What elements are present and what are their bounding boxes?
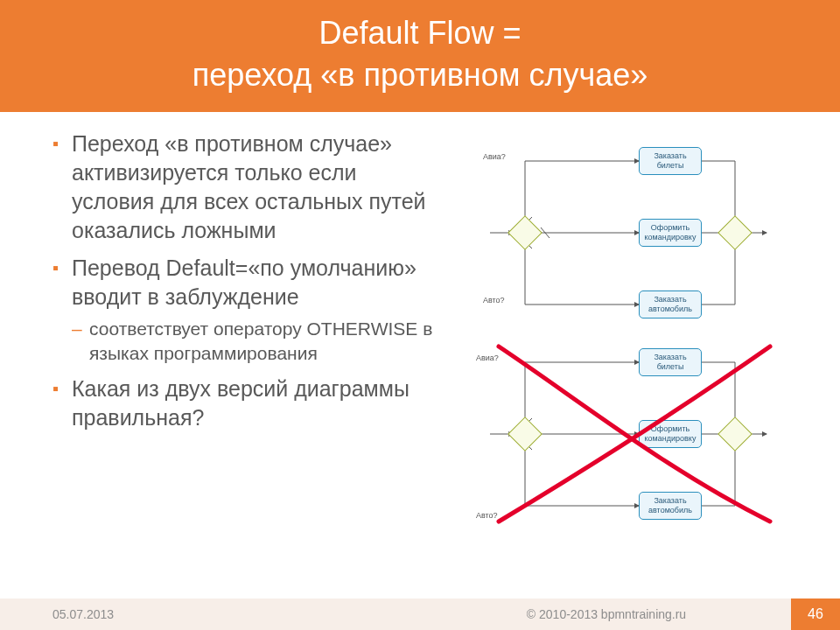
title-line-1: Default Flow = [52, 12, 788, 54]
task-trip-top: Оформить командировку [639, 219, 702, 247]
task-auto-bottom: Заказать автомобиль [639, 492, 702, 520]
content-area: Переход «в противном случае» активизируе… [0, 112, 840, 530]
footer-date: 05.07.2013 [0, 607, 422, 621]
title-line-2: переход «в противном случае» [52, 54, 788, 96]
bullet-2: Перевод Default=«по умолчанию» вводит в … [52, 254, 438, 366]
task-tickets-top: Заказать билеты [639, 147, 702, 175]
label-avia-bottom: Авиа? [476, 354, 499, 362]
page-number: 46 [791, 598, 840, 630]
diagram-column: Авиа? Авто? Заказать билеты Оформить ком… [438, 130, 788, 530]
label-avto-top: Авто? [483, 296, 505, 304]
diagram-bottom: Авиа? Авто? Заказать билеты Оформить ком… [438, 338, 788, 530]
task-tickets-bottom: Заказать билеты [639, 348, 702, 376]
title-bar: Default Flow = переход «в противном случ… [0, 0, 840, 112]
bullet-3: Какая из двух версий диаграммы правильна… [52, 374, 438, 432]
bullet-2-sub-1: соответствует оператору OTHERWISE в язык… [72, 317, 438, 366]
footer: 05.07.2013 © 2010-2013 bpmntraining.ru 4… [0, 598, 840, 630]
text-column: Переход «в противном случае» активизируе… [0, 130, 438, 530]
slide: Default Flow = переход «в противном случ… [0, 0, 840, 630]
task-trip-bottom: Оформить командировку [639, 420, 702, 448]
task-auto-top: Заказать автомобиль [639, 290, 702, 318]
label-avto-bottom: Авто? [476, 511, 498, 520]
diagram-top: Авиа? Авто? Заказать билеты Оформить ком… [438, 136, 788, 329]
label-avia-top: Авиа? [483, 152, 506, 161]
footer-copyright: © 2010-2013 bpmntraining.ru [422, 607, 791, 621]
bullet-1: Переход «в противном случае» активизируе… [52, 130, 438, 245]
bullet-2-text: Перевод Default=«по умолчанию» вводит в … [72, 256, 416, 309]
